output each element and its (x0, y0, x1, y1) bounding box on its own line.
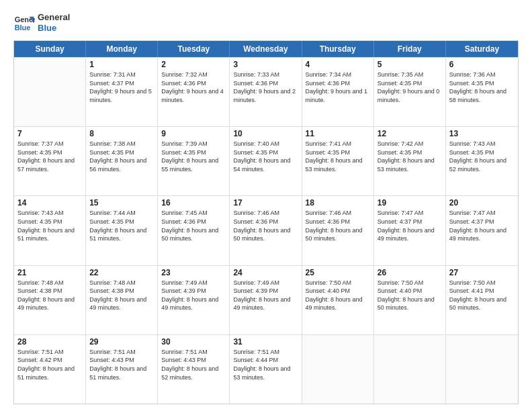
cell-info: Sunrise: 7:46 AMSunset: 4:36 PMDaylight:… (306, 209, 370, 242)
cell-info: Sunrise: 7:40 AMSunset: 4:35 PMDaylight:… (233, 140, 298, 173)
header: General Blue General Blue (13, 12, 519, 34)
calendar-cell: 5Sunrise: 7:35 AMSunset: 4:35 PMDaylight… (374, 58, 446, 126)
weekday-header: Saturday (446, 41, 518, 57)
weekday-header: Monday (86, 41, 158, 57)
calendar-row: 14Sunrise: 7:43 AMSunset: 4:35 PMDayligh… (14, 195, 518, 265)
cell-info: Sunrise: 7:31 AMSunset: 4:37 PMDaylight:… (89, 71, 154, 104)
cell-info: Sunrise: 7:36 AMSunset: 4:35 PMDaylight:… (449, 71, 515, 104)
day-number: 12 (378, 129, 442, 138)
calendar-cell: 15Sunrise: 7:44 AMSunset: 4:35 PMDayligh… (86, 196, 158, 265)
cell-info: Sunrise: 7:47 AMSunset: 4:37 PMDaylight:… (378, 209, 442, 242)
calendar-cell: 4Sunrise: 7:34 AMSunset: 4:36 PMDaylight… (302, 58, 374, 126)
calendar-cell: 22Sunrise: 7:48 AMSunset: 4:38 PMDayligh… (86, 266, 158, 334)
weekday-header: Friday (374, 41, 446, 57)
calendar-cell: 26Sunrise: 7:50 AMSunset: 4:40 PMDayligh… (374, 266, 446, 334)
calendar-cell: 2Sunrise: 7:32 AMSunset: 4:36 PMDaylight… (158, 58, 230, 126)
calendar-cell: 12Sunrise: 7:42 AMSunset: 4:35 PMDayligh… (374, 127, 446, 195)
day-number: 14 (17, 198, 82, 208)
day-number: 28 (17, 337, 82, 347)
day-number: 18 (306, 198, 370, 208)
calendar-cell: 1Sunrise: 7:31 AMSunset: 4:37 PMDaylight… (86, 58, 158, 126)
calendar-cell: 9Sunrise: 7:39 AMSunset: 4:35 PMDaylight… (158, 127, 230, 195)
cell-info: Sunrise: 7:32 AMSunset: 4:36 PMDaylight:… (161, 71, 226, 104)
calendar-cell: 6Sunrise: 7:36 AMSunset: 4:35 PMDaylight… (446, 58, 518, 126)
calendar-cell: 29Sunrise: 7:51 AMSunset: 4:43 PMDayligh… (86, 335, 158, 404)
calendar-cell: 3Sunrise: 7:33 AMSunset: 4:36 PMDaylight… (230, 58, 302, 126)
calendar: SundayMondayTuesdayWednesdayThursdayFrid… (13, 40, 519, 404)
calendar-cell: 17Sunrise: 7:46 AMSunset: 4:36 PMDayligh… (230, 196, 302, 265)
logo: General Blue General Blue (13, 12, 70, 34)
day-number: 30 (161, 337, 226, 347)
day-number: 15 (89, 198, 154, 208)
day-number: 24 (233, 268, 298, 277)
logo-blue: Blue (38, 23, 70, 34)
cell-info: Sunrise: 7:49 AMSunset: 4:39 PMDaylight:… (233, 279, 298, 312)
day-number: 4 (306, 60, 370, 69)
calendar-cell (374, 335, 446, 404)
calendar-cell: 27Sunrise: 7:50 AMSunset: 4:41 PMDayligh… (446, 266, 518, 334)
cell-info: Sunrise: 7:39 AMSunset: 4:35 PMDaylight:… (161, 140, 226, 173)
day-number: 26 (378, 268, 442, 277)
cell-info: Sunrise: 7:45 AMSunset: 4:36 PMDaylight:… (161, 209, 226, 242)
cell-info: Sunrise: 7:49 AMSunset: 4:39 PMDaylight:… (161, 279, 226, 312)
cell-info: Sunrise: 7:48 AMSunset: 4:38 PMDaylight:… (89, 279, 154, 312)
calendar-cell: 7Sunrise: 7:37 AMSunset: 4:35 PMDaylight… (14, 127, 86, 195)
day-number: 25 (306, 268, 370, 277)
day-number: 11 (306, 129, 370, 138)
day-number: 10 (233, 129, 298, 138)
calendar-cell: 11Sunrise: 7:41 AMSunset: 4:35 PMDayligh… (302, 127, 374, 195)
day-number: 3 (233, 60, 298, 69)
calendar-cell (302, 335, 374, 404)
calendar-cell (14, 58, 86, 126)
day-number: 21 (17, 268, 82, 277)
cell-info: Sunrise: 7:35 AMSunset: 4:35 PMDaylight:… (378, 71, 442, 104)
cell-info: Sunrise: 7:51 AMSunset: 4:42 PMDaylight:… (17, 348, 82, 381)
calendar-cell: 21Sunrise: 7:48 AMSunset: 4:38 PMDayligh… (14, 266, 86, 334)
day-number: 8 (89, 129, 154, 138)
cell-info: Sunrise: 7:43 AMSunset: 4:35 PMDaylight:… (17, 209, 82, 242)
calendar-cell: 28Sunrise: 7:51 AMSunset: 4:42 PMDayligh… (14, 335, 86, 404)
day-number: 17 (233, 198, 298, 208)
cell-info: Sunrise: 7:46 AMSunset: 4:36 PMDaylight:… (233, 209, 298, 242)
day-number: 27 (449, 268, 515, 277)
calendar-body: 1Sunrise: 7:31 AMSunset: 4:37 PMDaylight… (14, 57, 518, 404)
day-number: 16 (161, 198, 226, 208)
day-number: 23 (161, 268, 226, 277)
calendar-row: 1Sunrise: 7:31 AMSunset: 4:37 PMDaylight… (14, 57, 518, 126)
weekday-header: Wednesday (230, 41, 302, 57)
cell-info: Sunrise: 7:50 AMSunset: 4:41 PMDaylight:… (449, 279, 515, 312)
calendar-cell: 23Sunrise: 7:49 AMSunset: 4:39 PMDayligh… (158, 266, 230, 334)
day-number: 2 (161, 60, 226, 69)
calendar-cell: 20Sunrise: 7:47 AMSunset: 4:37 PMDayligh… (446, 196, 518, 265)
weekday-header: Sunday (14, 41, 86, 57)
day-number: 5 (378, 60, 442, 69)
calendar-cell: 31Sunrise: 7:51 AMSunset: 4:44 PMDayligh… (230, 335, 302, 404)
day-number: 13 (449, 129, 515, 138)
cell-info: Sunrise: 7:43 AMSunset: 4:35 PMDaylight:… (449, 140, 515, 173)
svg-text:Blue: Blue (15, 24, 31, 32)
cell-info: Sunrise: 7:44 AMSunset: 4:35 PMDaylight:… (89, 209, 154, 242)
calendar-cell: 24Sunrise: 7:49 AMSunset: 4:39 PMDayligh… (230, 266, 302, 334)
day-number: 31 (233, 337, 298, 347)
logo-icon: General Blue (13, 12, 35, 34)
weekday-header: Tuesday (158, 41, 230, 57)
calendar-cell: 13Sunrise: 7:43 AMSunset: 4:35 PMDayligh… (446, 127, 518, 195)
weekday-header: Thursday (302, 41, 374, 57)
cell-info: Sunrise: 7:34 AMSunset: 4:36 PMDaylight:… (306, 71, 370, 104)
calendar-cell: 16Sunrise: 7:45 AMSunset: 4:36 PMDayligh… (158, 196, 230, 265)
page: General Blue General Blue SundayMondayTu… (0, 0, 532, 411)
calendar-row: 28Sunrise: 7:51 AMSunset: 4:42 PMDayligh… (14, 334, 518, 404)
calendar-cell: 30Sunrise: 7:51 AMSunset: 4:43 PMDayligh… (158, 335, 230, 404)
day-number: 1 (89, 60, 154, 69)
day-number: 19 (378, 198, 442, 208)
day-number: 20 (449, 198, 515, 208)
day-number: 7 (17, 129, 82, 138)
cell-info: Sunrise: 7:48 AMSunset: 4:38 PMDaylight:… (17, 279, 82, 312)
cell-info: Sunrise: 7:50 AMSunset: 4:40 PMDaylight:… (306, 279, 370, 312)
cell-info: Sunrise: 7:37 AMSunset: 4:35 PMDaylight:… (17, 140, 82, 173)
cell-info: Sunrise: 7:51 AMSunset: 4:43 PMDaylight:… (161, 348, 226, 381)
day-number: 29 (89, 337, 154, 347)
cell-info: Sunrise: 7:42 AMSunset: 4:35 PMDaylight:… (378, 140, 442, 173)
calendar-cell: 25Sunrise: 7:50 AMSunset: 4:40 PMDayligh… (302, 266, 374, 334)
cell-info: Sunrise: 7:50 AMSunset: 4:40 PMDaylight:… (378, 279, 442, 312)
